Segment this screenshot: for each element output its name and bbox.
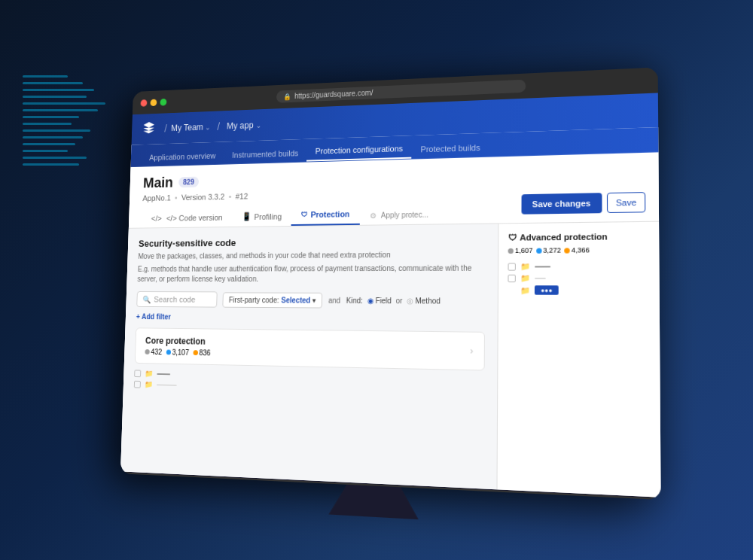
breadcrumb: My Team ⌄ / My app ⌄	[171, 119, 261, 133]
rp-dot-c	[508, 248, 514, 253]
dot-f	[193, 350, 198, 355]
monitor-frame: 🔒 https://guardsquare.com/ / My Team ⌄	[120, 67, 661, 500]
rp-tree: 📁 📁 📁 ●●●	[508, 262, 649, 296]
bg-line	[23, 123, 72, 125]
chevron-down-icon: ⌄	[205, 123, 210, 131]
main-content: Main 829 AppNo.1 • Version 3.3.2 • #12 S…	[120, 152, 661, 497]
rp-stat-m: 3,272	[536, 246, 561, 254]
section-title: Security-sensitive code	[139, 235, 486, 249]
bg-line	[23, 143, 75, 145]
tab-code-version[interactable]: </> </> Code version	[142, 208, 232, 227]
tree-folder-3: 📁	[520, 286, 530, 294]
tree-line-1	[535, 266, 550, 267]
search-input[interactable]: 🔍 Search code	[136, 291, 217, 307]
tree-badge: ●●●	[535, 285, 559, 295]
maximize-button[interactable]	[160, 99, 166, 106]
bg-line	[23, 75, 68, 78]
tab-instrumented-builds[interactable]: Instrumented builds	[224, 144, 307, 163]
apply-tab-icon: ⊙	[370, 212, 376, 220]
close-button[interactable]	[141, 99, 148, 107]
monitor-stand	[328, 484, 419, 519]
kind-filter: Kind: ◉ Field or ◎ Method	[346, 296, 441, 305]
nav-separator: /	[164, 123, 167, 134]
app-content: / My Team ⌄ / My app ⌄ Application over	[120, 93, 661, 497]
tree-checkbox-1[interactable]	[508, 263, 516, 270]
radio-field[interactable]: ◉ Field	[367, 296, 392, 304]
section-description: Move the packages, classes, and methods …	[138, 249, 485, 261]
stat-m-count: 3,107	[172, 348, 189, 357]
chevron-right-icon: ›	[470, 345, 473, 357]
bg-line	[23, 129, 90, 132]
tab-protected-builds[interactable]: Protected builds	[412, 138, 489, 159]
tree-checkbox-2[interactable]	[508, 274, 515, 282]
rp-stat-c: 1,607	[508, 247, 533, 254]
right-panel-title: 🛡 Advanced protection	[508, 231, 649, 242]
minimize-button[interactable]	[150, 99, 157, 106]
radio-field-icon: ◉	[367, 296, 374, 304]
list-item[interactable]: Core protection 432 3,107	[135, 327, 485, 370]
checkbox-icon-2[interactable]	[134, 380, 141, 388]
stat-f-count: 836	[199, 348, 210, 357]
rp-dot-f	[564, 248, 569, 253]
tree-item-3[interactable]: 📁 ●●●	[508, 285, 649, 295]
radio-or: or	[396, 297, 403, 305]
right-panel: 🛡 Advanced protection 1,607 3,272	[496, 222, 660, 498]
tab-protection[interactable]: 🛡 Protection	[291, 204, 360, 226]
filter-connector: and	[328, 296, 340, 304]
tree-item-1[interactable]: 📁	[508, 262, 650, 271]
tab-protection-configurations[interactable]: Protection configurations	[306, 139, 412, 162]
content-body: Security-sensitive code Move the package…	[120, 222, 661, 498]
checkbox-icon[interactable]	[134, 370, 141, 377]
shield-icon: 🛡	[301, 211, 308, 218]
chevron-down-icon-filter: ▾	[312, 296, 316, 304]
bottom-items: 📁 📁	[134, 369, 485, 397]
kind-label: Kind:	[346, 296, 363, 304]
breadcrumb-app[interactable]: My app ⌄	[227, 120, 261, 131]
radio-method-label: Method	[415, 297, 441, 305]
bg-line	[23, 150, 68, 152]
bg-line	[23, 157, 87, 159]
dot-c	[145, 349, 149, 355]
bg-line	[23, 89, 94, 91]
rp-c-count: 1,607	[515, 247, 533, 254]
add-filter-button[interactable]: + Add filter	[136, 312, 171, 321]
folder-icon-2: 📁	[145, 380, 153, 388]
rp-m-count: 3,272	[543, 246, 561, 254]
rp-stat-f: 4,366	[564, 246, 590, 254]
breadcrumb-team[interactable]: My Team ⌄	[171, 122, 211, 133]
filter-label: First-party code:	[229, 296, 279, 304]
subtitle-version: Version 3.3.2	[181, 192, 225, 202]
radio-field-label: Field	[375, 296, 391, 304]
tab-application-overview[interactable]: Application overview	[141, 147, 224, 166]
section-example: E.g. methods that handle user authentica…	[137, 263, 485, 285]
nav-separator-2: /	[217, 121, 220, 132]
breadcrumb-team-label: My Team	[171, 122, 203, 133]
rp-f-count: 4,366	[572, 246, 590, 254]
radio-method-icon: ◎	[407, 297, 413, 305]
subtitle-build: #12	[235, 192, 248, 201]
first-party-filter[interactable]: First-party code: Selected ▾	[222, 292, 322, 308]
tree-item-2[interactable]: 📁	[508, 274, 649, 283]
protection-stats: 432 3,107 836	[145, 348, 210, 357]
stat-m: 3,107	[166, 348, 189, 357]
protection-item-name: Core protection	[145, 336, 211, 347]
radio-method[interactable]: ◎ Method	[407, 297, 441, 305]
bg-line	[23, 109, 98, 111]
bg-line	[23, 96, 87, 98]
badge: 829	[178, 177, 200, 188]
protection-item-info: Core protection 432 3,107	[145, 336, 211, 357]
bg-line	[23, 136, 83, 138]
tree-folder-1: 📁	[520, 262, 530, 270]
bg-line	[23, 82, 83, 84]
bg-line	[23, 116, 79, 118]
tab-profiling[interactable]: 📱 Profiling	[232, 206, 292, 227]
filter-bar: 🔍 Search code First-party code: Selected…	[136, 291, 486, 324]
tab-apply-protection[interactable]: ⊙ Apply protec...	[360, 205, 439, 224]
filter-value: Selected	[281, 296, 310, 304]
subtitle-sep1: •	[175, 193, 178, 202]
stat-c: 432	[145, 348, 162, 356]
bg-line	[23, 163, 79, 166]
monitor: 🔒 https://guardsquare.com/ / My Team ⌄	[120, 67, 661, 500]
chevron-down-icon-2: ⌄	[255, 121, 261, 129]
item-line-2	[157, 384, 177, 386]
